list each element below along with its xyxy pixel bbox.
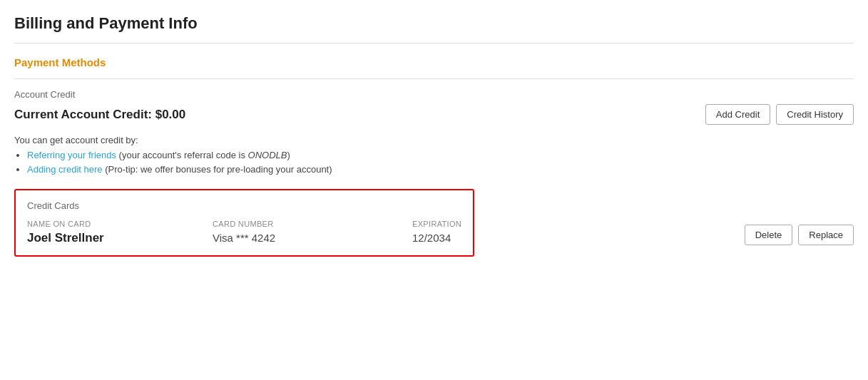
- add-credit-button[interactable]: Add Credit: [705, 104, 770, 125]
- list-item: Referring your friends (your account's r…: [27, 150, 854, 160]
- credit-buttons: Add Credit Credit History: [705, 104, 854, 125]
- account-credit-label: Account Credit: [14, 89, 854, 100]
- current-credit-text: Current Account Credit: $0.00: [14, 108, 185, 122]
- credit-cards-outer-row: Credit Cards NAME ON CARD CARD NUMBER EX…: [14, 189, 854, 271]
- referring-friends-link[interactable]: Referring your friends: [27, 150, 116, 160]
- credit-info: You can get account credit by: Referring…: [14, 135, 854, 175]
- card-action-buttons: Delete Replace: [745, 225, 854, 245]
- card-expiration-value: 12/2034: [412, 232, 451, 244]
- adding-credit-link[interactable]: Adding credit here: [27, 164, 103, 175]
- current-credit-row: Current Account Credit: $0.00 Add Credit…: [14, 104, 854, 125]
- credit-cards-box: Credit Cards NAME ON CARD CARD NUMBER EX…: [14, 189, 474, 257]
- referring-friends-plain: (your account's referral code is ONODLB): [116, 150, 290, 160]
- col-header-name: NAME ON CARD: [27, 220, 213, 228]
- adding-credit-plain: (Pro-tip: we offer bonuses for pre-loadi…: [103, 164, 332, 175]
- delete-card-button[interactable]: Delete: [745, 225, 793, 245]
- credit-cards-title: Credit Cards: [27, 200, 461, 211]
- card-number-value: Visa *** 4242: [213, 232, 412, 244]
- card-name-value: Joel Strellner: [27, 231, 213, 245]
- section-divider: [14, 78, 854, 79]
- credit-history-button[interactable]: Credit History: [776, 104, 854, 125]
- replace-card-button[interactable]: Replace: [798, 225, 854, 245]
- page-title: Billing and Payment Info: [14, 14, 854, 33]
- payment-methods-section-title: Payment Methods: [14, 56, 854, 68]
- col-header-expiration: EXPIRATION: [412, 220, 461, 228]
- credit-info-intro: You can get account credit by:: [14, 135, 138, 145]
- title-divider: [14, 43, 854, 43]
- card-data-row: Joel Strellner Visa *** 4242 12/2034: [27, 231, 461, 245]
- card-header-row: NAME ON CARD CARD NUMBER EXPIRATION: [27, 220, 461, 228]
- credit-info-list: Referring your friends (your account's r…: [14, 150, 854, 175]
- col-header-number: CARD NUMBER: [213, 220, 412, 228]
- page-container: Billing and Payment Info Payment Methods…: [0, 0, 868, 285]
- list-item: Adding credit here (Pro-tip: we offer bo…: [27, 164, 854, 175]
